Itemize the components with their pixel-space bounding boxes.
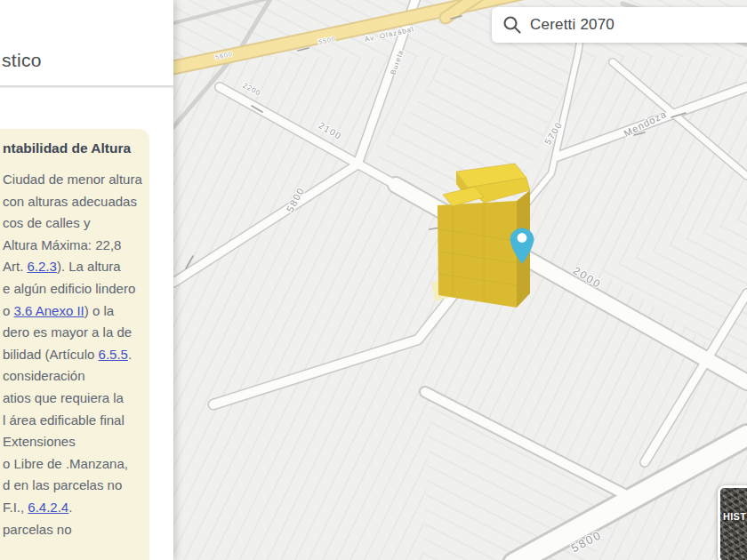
regulation-line: con alturas adecuadas	[3, 191, 144, 213]
regulation-text: ) o la	[84, 303, 114, 318]
regulation-line: o 3.6 Anexo II) o la	[3, 300, 144, 323]
regulation-line: Ciudad de menor altura	[3, 169, 144, 191]
regulation-text: Ciudad de menor altura	[3, 172, 142, 187]
regulation-line: cos de calles y	[3, 212, 144, 235]
regulation-text: consideración	[3, 368, 85, 383]
map-svg: 5600Av. Olazábal5500Burela22002100580057…	[173, 0, 747, 560]
regulation-line: e algún edificio lindero	[3, 278, 144, 300]
regulation-text: con alturas adecuadas	[3, 194, 137, 209]
regulation-text: atios que requiera la	[3, 390, 124, 405]
regulation-line: consideración	[3, 365, 144, 388]
regulation-link[interactable]: 3.6 Anexo II	[14, 303, 84, 318]
regulation-line: Extensiones	[3, 431, 144, 453]
regulation-line: d en las parcelas no	[3, 475, 144, 497]
regulation-text: Extensiones	[3, 434, 76, 449]
regulation-line: l área edificable final	[3, 410, 144, 432]
regulation-text: dero es mayor a la de	[3, 324, 132, 340]
regulation-line: atios que requiera la	[3, 388, 144, 410]
regulation-text: o	[3, 303, 14, 318]
regulation-panel-heading: ntabilidad de Altura	[3, 140, 144, 156]
regulation-text: e algún edificio lindero	[3, 281, 135, 296]
search-box[interactable]: Ceretti 2070	[492, 7, 747, 43]
regulation-line: o Libre de .Manzana,	[3, 453, 144, 476]
regulation-text: parcelas no	[3, 522, 72, 537]
regulation-link[interactable]: 6.4.2.4	[28, 500, 68, 515]
map-canvas[interactable]: 5600Av. Olazábal5500Burela22002100580057…	[173, 0, 747, 560]
historic-minimap-toggle[interactable]: HIST	[718, 485, 747, 560]
regulation-text: o Libre de .Manzana,	[3, 456, 128, 471]
historic-minimap-label: HIST	[723, 511, 746, 522]
regulation-line: Art. 6.2.3). La altura	[3, 256, 144, 278]
regulation-text: Altura Máxima: 22,8	[3, 237, 121, 252]
sidebar: stico ntabilidad de Altura Ciudad de men…	[0, 0, 173, 560]
regulation-panel-body: Ciudad de menor alturacon alturas adecua…	[3, 169, 144, 540]
regulation-text: cos de calles y	[3, 215, 90, 230]
regulation-panel: ntabilidad de Altura Ciudad de menor alt…	[0, 129, 149, 560]
search-input[interactable]: Ceretti 2070	[530, 16, 614, 34]
search-icon	[502, 15, 522, 35]
regulation-line: bilidad (Artículo 6.5.5.	[3, 344, 144, 366]
regulation-text: F.I.,	[3, 500, 28, 515]
sidebar-divider	[0, 85, 173, 87]
app-window: 5600Av. Olazábal5500Burela22002100580057…	[0, 0, 747, 560]
regulation-text: bilidad (Artículo	[3, 347, 99, 362]
regulation-line: dero es mayor a la de	[3, 322, 144, 344]
historic-aerial-thumbnail	[720, 488, 747, 560]
regulation-text: .	[68, 500, 72, 515]
regulation-line: parcelas no	[3, 519, 144, 541]
regulation-line: Altura Máxima: 22,8	[3, 235, 144, 257]
regulation-text: l área edificable final	[3, 412, 124, 428]
regulation-link[interactable]: 6.5.5	[99, 347, 128, 362]
page-title: stico	[2, 50, 42, 71]
regulation-text: Art.	[3, 259, 28, 274]
regulation-link[interactable]: 6.2.3	[28, 259, 57, 274]
regulation-text: .	[128, 347, 132, 362]
regulation-line: F.I., 6.4.2.4.	[3, 497, 144, 519]
regulation-text: ). La altura	[57, 259, 121, 274]
regulation-text: d en las parcelas no	[3, 477, 122, 492]
